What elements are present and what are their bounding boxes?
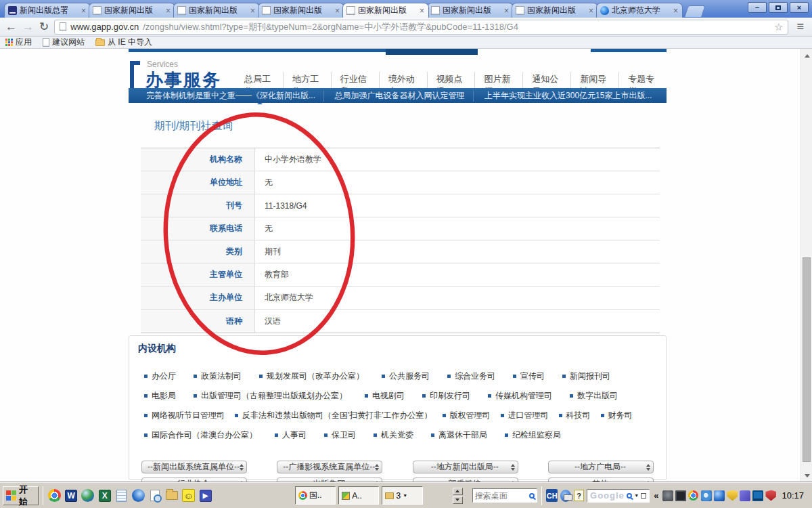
dropdown-caret-icon[interactable]: ▼ [634,493,639,498]
tab-close-icon[interactable]: × [503,7,510,15]
quicklaunch-chrome-icon[interactable] [47,488,62,504]
search-icon[interactable] [627,493,632,499]
dept-link[interactable]: 政策法制司 [194,371,242,382]
quicklaunch-media-player-icon[interactable]: ▶ [198,488,212,504]
tab-close-icon[interactable]: × [419,7,425,15]
dept-link[interactable]: 纪检组监察局 [505,429,561,441]
quicklaunch-document-search-icon[interactable] [148,488,162,504]
dept-link[interactable]: 保卫司 [324,429,356,441]
minimize-button[interactable]: − [748,2,767,13]
scroll-down-icon[interactable] [801,470,812,481]
dept-link[interactable]: 网络视听节目管理司 [144,410,225,421]
select-local-broadcast-bureaus[interactable]: --地方广电局-- [548,461,654,473]
ticker-link[interactable]: 总局加强广电设备器材入网认定管理 [323,90,474,102]
tab-close-icon[interactable]: × [165,7,171,15]
dept-link[interactable]: 版权管理司 [443,410,491,421]
select-local-press-bureaus[interactable]: --地方新闻出版局-- [413,461,518,473]
browser-tab-5-active[interactable]: 国家新闻出版 × [342,3,429,18]
select-press-system-units[interactable]: --新闻出版系统直属单位-- [141,461,247,473]
quicklaunch-thunderbird-icon[interactable] [131,488,145,504]
tab-close-icon[interactable]: × [250,7,256,15]
task-button-chrome[interactable]: 国.. [295,486,336,505]
tab-close-icon[interactable]: × [588,7,594,15]
scrollbar[interactable] [800,49,812,482]
quicklaunch-word-icon[interactable]: W [64,488,78,504]
bookmark-suggested-sites[interactable]: 建议网站 [43,37,91,48]
task-button-paint[interactable]: A.. [338,486,379,505]
dept-link[interactable]: 办公厅 [144,371,176,382]
search-icon[interactable] [529,493,535,499]
browser-tab-4[interactable]: 国家新闻出版 × [258,3,344,18]
ime-icon[interactable] [560,490,571,502]
back-icon[interactable]: ← [5,21,17,33]
task-button-folder-group[interactable]: 3 ▼ [382,486,422,505]
dept-link[interactable]: 规划发展司（改革办公室） [259,371,364,382]
dept-link[interactable]: 宣传司 [513,371,545,382]
quicklaunch-excel-icon[interactable]: X [97,488,112,504]
dept-link[interactable]: 反非法和违禁出版物司（全国'扫黄打非'工作办公室） [235,410,432,421]
dept-link[interactable]: 离退休干部局 [431,429,487,441]
tray-recorder-icon[interactable] [675,490,686,501]
dept-link[interactable]: 出版管理司（古籍整理出版规划办公室） [194,390,347,402]
dept-link[interactable]: 机关党委 [374,429,413,441]
dept-link[interactable]: 科技司 [559,410,591,421]
bookmark-star-icon[interactable]: ☆ [774,21,783,33]
tray-search-icon[interactable] [701,490,712,501]
dept-link[interactable]: 财务司 [601,410,633,421]
quicklaunch-globe-browser-icon[interactable] [81,488,95,504]
dept-link[interactable]: 进口管理司 [501,410,549,421]
forward-icon[interactable]: → [22,21,34,33]
dept-link[interactable]: 公共服务司 [382,371,430,382]
tab-close-icon[interactable]: × [334,7,340,15]
dept-link[interactable]: 新闻报刊司 [562,371,610,382]
tab-close-icon[interactable]: × [81,7,87,15]
ticker-link[interactable]: 完善体制机制是重中之重——《深化新闻出版... [135,90,323,102]
restore-button[interactable] [769,2,788,13]
tray-headset-icon[interactable] [662,490,673,501]
spinner-down-icon[interactable] [453,496,463,504]
refresh-icon[interactable]: ↻ [39,21,49,33]
browser-tab-6[interactable]: 国家新闻出版 × [427,3,514,18]
tray-overflow-icon[interactable]: « [654,490,658,501]
google-deskbar[interactable]: Google ▼ [587,489,650,503]
apps-shortcut[interactable]: 应用 [5,37,39,48]
dept-link[interactable]: 印刷发行司 [422,390,470,402]
select-broadcast-system-units[interactable]: --广播影视系统直属单位-- [277,461,382,473]
spinner-up-icon[interactable] [453,488,463,495]
dept-link[interactable]: 国际合作司（港澳台办公室） [144,429,257,441]
browser-tab-3[interactable]: 国家新闻出版 × [173,3,260,18]
scrollbar-thumb[interactable] [803,257,811,462]
browser-tab-8[interactable]: 北京师范大学 × [596,3,683,18]
deskbar-box-icon[interactable] [641,493,646,499]
menu-icon[interactable]: ≡ [794,20,807,34]
close-button[interactable]: × [790,2,809,13]
tray-shield-yellow-icon[interactable] [727,490,738,501]
tray-browser-icon[interactable] [714,490,725,501]
browser-tab-2[interactable]: 国家新闻出版 × [89,3,175,18]
browser-tab-7[interactable]: 国家新闻出版 × [512,3,598,18]
dept-link[interactable]: 电视剧司 [365,390,405,402]
tab-close-icon[interactable]: × [673,7,679,15]
dept-link[interactable]: 综合业务司 [447,371,495,382]
quicklaunch-notepad-icon[interactable] [114,488,129,504]
dept-link[interactable]: 数字出版司 [570,390,618,402]
start-button[interactable]: 开始 [3,486,39,505]
desktop-search-input[interactable] [475,491,529,501]
new-tab-button[interactable] [684,5,706,17]
tray-chrome-icon[interactable] [688,490,699,501]
language-indicator[interactable]: CH [546,489,558,502]
dept-link[interactable]: 传媒机构管理司 [488,390,552,402]
help-icon[interactable]: ? [574,490,584,501]
desktop-search-box[interactable] [472,488,537,503]
bookmark-import-folder[interactable]: 从 IE 中导入 [95,37,159,48]
dept-link[interactable]: 电影局 [144,390,176,402]
dept-link[interactable]: 人事司 [275,429,307,441]
quicklaunch-folder-search-icon[interactable] [165,488,179,504]
tray-network-display-icon[interactable] [752,490,763,501]
tray-security-red-icon[interactable] [765,490,776,501]
quicklaunch-smiley-icon[interactable]: ☺ [181,488,196,504]
scroll-up-icon[interactable] [801,50,812,61]
address-bar[interactable]: www.gapp.gov.cn /zongshu/view.shtml?type… [54,20,788,35]
tray-plugin-icon[interactable] [740,490,750,501]
ticker-link[interactable]: 上半年实现主业收入近300亿元15家上市出版... [473,90,660,102]
